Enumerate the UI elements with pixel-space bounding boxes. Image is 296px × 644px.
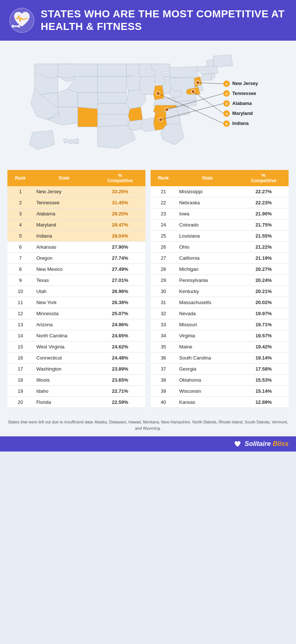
state-cell: Indiana [33, 231, 95, 242]
pct-cell: 20.21% [239, 286, 289, 297]
state-cell: Virginia [176, 330, 239, 341]
pct-cell: 27.49% [95, 264, 145, 275]
pct-cell: 19.57% [239, 330, 289, 341]
svg-text:Alabama: Alabama [232, 101, 252, 106]
table-row: 10 Utah 26.96% [7, 286, 145, 297]
pct-cell: 33.25% [95, 186, 145, 197]
table-row: 24 Colorado 21.75% [151, 219, 289, 231]
table-row: 7 Oregon 27.74% [7, 253, 145, 264]
table-row: 40 Kansas 12.89% [151, 397, 289, 408]
state-cell: Nebraska [176, 197, 239, 208]
rank-cell: 34 [151, 330, 176, 341]
rank-cell: 39 [151, 386, 176, 397]
svg-marker-19 [98, 103, 130, 114]
pct-cell: 24.62% [95, 341, 145, 352]
state-cell: Tennessee [33, 197, 95, 208]
table-row: 19 Idaho 22.71% [7, 386, 145, 397]
pct-cell: 24.48% [95, 352, 145, 364]
state-cell: New Mexico [33, 264, 95, 275]
table-row: 12 Minnesota 25.07% [7, 308, 145, 319]
state-cell: Washington [33, 364, 95, 375]
pct-cell: 15.53% [239, 375, 289, 386]
tables-wrapper: Rank State %Competitive 1 New Jersey 33.… [7, 170, 289, 408]
pct-cell: 21.22% [239, 242, 289, 253]
svg-text:1: 1 [226, 82, 228, 86]
pct-cell: 26.96% [95, 286, 145, 297]
table-row: 21 Mississippi 22.27% [151, 186, 289, 197]
pct-cell: 20.27% [239, 264, 289, 275]
state-cell: California [176, 253, 239, 264]
right-data-table: Rank State %Competitive 21 Mississippi 2… [151, 170, 289, 408]
pct-cell: 22.27% [239, 186, 289, 197]
state-cell: Kentucky [176, 286, 239, 297]
map-section: 1 New Jersey 2 Tennessee 3 Alabama 4 Mar… [0, 41, 296, 166]
state-cell: New York [33, 297, 95, 308]
state-cell: New Jersey [33, 186, 95, 197]
pct-cell: 31.45% [95, 197, 145, 208]
state-cell: Texas [33, 275, 95, 286]
table-row: 28 Michigan 20.27% [151, 264, 289, 275]
pct-cell: 22.71% [95, 386, 145, 397]
pct-cell: 19.42% [239, 341, 289, 352]
pct-cell: 22.59% [95, 397, 145, 408]
pct-cell: 23.65% [95, 375, 145, 386]
svg-rect-3 [18, 25, 20, 28]
table-row: 29 Pennsylvania 20.24% [151, 275, 289, 286]
table-row: 11 New York 26.38% [7, 297, 145, 308]
table-row: 14 North Carolina 24.65% [7, 330, 145, 341]
svg-marker-18 [98, 93, 128, 103]
pct-cell: 20.02% [239, 297, 289, 308]
footer-note-text: States that were left out due to insuffi… [8, 420, 288, 430]
left-col-rank: Rank [7, 170, 33, 186]
svg-marker-48 [202, 74, 212, 81]
rank-cell: 19 [7, 386, 33, 397]
pct-cell: 27.74% [95, 253, 145, 264]
footer-note: States that were left out due to insuffi… [0, 415, 296, 436]
table-row: 27 California 21.19% [151, 253, 289, 264]
right-col-rank: Rank [151, 170, 176, 186]
rank-cell: 27 [151, 253, 176, 264]
rank-cell: 26 [151, 242, 176, 253]
table-section: Rank State %Competitive 1 New Jersey 33.… [0, 166, 296, 415]
pct-cell: 21.19% [239, 253, 289, 264]
header-icon [9, 7, 35, 33]
state-cell: Minnesota [33, 308, 95, 319]
rank-cell: 24 [151, 219, 176, 231]
table-row: 8 New Mexico 27.49% [7, 264, 145, 275]
svg-text:Maryland: Maryland [232, 111, 253, 116]
pct-cell: 27.01% [95, 275, 145, 286]
pct-cell: 21.90% [239, 208, 289, 219]
svg-rect-2 [12, 25, 14, 28]
state-cell: Colorado [176, 219, 239, 231]
state-cell: Kansas [176, 397, 239, 408]
table-row: 30 Kentucky 20.21% [151, 286, 289, 297]
table-row: 33 Missouri 19.71% [151, 319, 289, 330]
rank-cell: 37 [151, 364, 176, 375]
table-row: 32 Nevada 19.97% [151, 308, 289, 319]
right-table-header-row: Rank State %Competitive [151, 170, 289, 186]
table-row: 2 Tennessee 31.45% [7, 197, 145, 208]
pct-cell: 21.55% [239, 231, 289, 242]
state-cell: West Virginia [33, 341, 95, 352]
svg-marker-17 [98, 76, 127, 93]
svg-text:New Jersey: New Jersey [232, 81, 258, 86]
state-cell: Oregon [33, 253, 95, 264]
rank-cell: 33 [151, 319, 176, 330]
state-cell: Illinois [33, 375, 95, 386]
table-row: 4 Maryland 28.47% [7, 219, 145, 231]
pct-cell: 26.38% [95, 297, 145, 308]
pct-cell: 21.75% [239, 219, 289, 231]
table-row: 31 Massachusetts 20.02% [151, 297, 289, 308]
table-row: 38 Oklahoma 15.53% [151, 375, 289, 386]
state-cell: Idaho [33, 386, 95, 397]
table-row: 17 Washington 23.89% [7, 364, 145, 375]
svg-marker-26 [128, 120, 142, 130]
state-cell: Michigan [176, 264, 239, 275]
rank-cell: 30 [151, 286, 176, 297]
rank-cell: 9 [7, 275, 33, 286]
svg-marker-10 [58, 64, 98, 78]
rank-cell: 22 [151, 197, 176, 208]
rank-cell: 2 [7, 197, 33, 208]
pct-cell: 15.14% [239, 386, 289, 397]
table-row: 15 West Virginia 24.62% [7, 341, 145, 352]
